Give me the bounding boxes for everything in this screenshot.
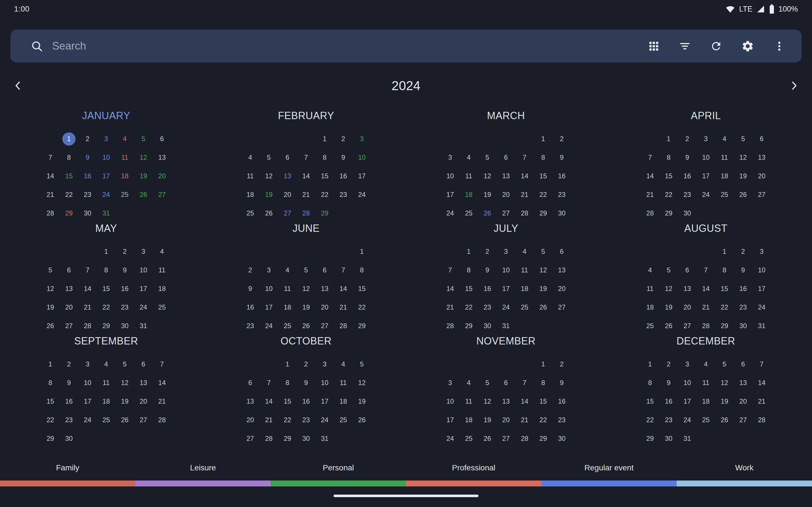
day-cell[interactable]: 15 [278,392,297,411]
day-cell[interactable]: 2 [297,355,315,374]
day-cell[interactable]: 27 [153,185,171,204]
day-cell[interactable]: 16 [60,392,79,411]
day-cell[interactable]: 23 [116,298,134,317]
day-cell[interactable]: 20 [553,279,571,298]
day-cell[interactable]: 15 [41,392,60,411]
day-cell[interactable]: 3 [753,242,771,261]
day-cell[interactable]: 18 [334,392,353,411]
day-cell[interactable]: 24 [697,185,715,204]
day-cell[interactable]: 19 [41,298,60,317]
day-cell[interactable]: 9 [734,261,753,279]
day-cell[interactable]: 14 [41,167,60,185]
day-cell[interactable]: 12 [260,167,278,185]
day-cell[interactable]: 30 [734,317,753,335]
day-cell[interactable]: 26 [260,204,278,223]
day-cell[interactable]: 2 [734,242,753,261]
day-cell[interactable]: 12 [734,148,753,167]
day-cell[interactable]: 27 [678,317,697,335]
day-cell[interactable]: 4 [278,261,297,279]
month-title[interactable]: OCTOBER [281,335,332,347]
day-cell[interactable]: 22 [460,298,478,317]
day-cell[interactable]: 4 [460,148,478,167]
day-cell[interactable]: 11 [278,279,297,298]
day-cell[interactable]: 20 [134,392,153,411]
day-cell[interactable]: 23 [553,411,571,429]
day-cell[interactable]: 13 [678,279,697,298]
day-cell[interactable]: 21 [41,185,60,204]
day-cell[interactable]: 25 [153,298,171,317]
day-cell[interactable]: 10 [315,374,334,392]
day-cell[interactable]: 1 [60,129,79,148]
day-cell[interactable]: 25 [241,204,260,223]
day-cell[interactable]: 29 [353,317,371,335]
day-cell[interactable]: 11 [116,148,134,167]
day-cell[interactable]: 28 [641,204,659,223]
day-cell[interactable]: 11 [641,279,659,298]
day-cell[interactable]: 21 [641,185,659,204]
day-cell[interactable]: 10 [79,374,97,392]
day-cell[interactable]: 29 [659,204,678,223]
day-cell[interactable]: 5 [134,129,153,148]
day-cell[interactable]: 25 [697,411,715,429]
day-cell[interactable]: 18 [715,167,734,185]
day-cell[interactable]: 19 [297,298,315,317]
day-cell[interactable]: 2 [60,355,79,374]
day-cell[interactable]: 11 [715,148,734,167]
day-cell[interactable]: 1 [641,355,659,374]
day-cell[interactable]: 24 [441,204,460,223]
day-cell[interactable]: 11 [697,374,715,392]
day-cell[interactable]: 27 [734,411,753,429]
day-cell[interactable]: 3 [134,242,153,261]
day-cell[interactable]: 21 [297,185,315,204]
day-cell[interactable]: 23 [60,411,79,429]
day-cell[interactable]: 24 [134,298,153,317]
day-cell[interactable]: 6 [134,355,153,374]
month-title[interactable]: JANUARY [82,110,130,122]
day-cell[interactable]: 4 [460,374,478,392]
day-cell[interactable]: 21 [697,298,715,317]
day-cell[interactable]: 28 [515,429,534,448]
day-cell[interactable]: 17 [697,167,715,185]
day-cell[interactable]: 19 [734,167,753,185]
day-cell[interactable]: 9 [79,148,97,167]
day-cell[interactable]: 5 [116,355,134,374]
day-cell[interactable]: 7 [79,261,97,279]
day-cell[interactable]: 10 [441,392,460,411]
day-cell[interactable]: 15 [715,279,734,298]
day-cell[interactable]: 1 [715,242,734,261]
day-cell[interactable]: 26 [534,298,553,317]
day-cell[interactable]: 30 [553,204,571,223]
day-cell[interactable]: 13 [60,279,79,298]
day-cell[interactable]: 16 [241,298,260,317]
day-cell[interactable]: 2 [553,129,571,148]
day-cell[interactable]: 11 [97,374,116,392]
day-cell[interactable]: 7 [153,355,171,374]
day-cell[interactable]: 21 [753,392,771,411]
day-cell[interactable]: 3 [441,374,460,392]
day-cell[interactable]: 17 [79,392,97,411]
day-cell[interactable]: 10 [134,261,153,279]
month-title[interactable]: JUNE [292,223,319,234]
day-cell[interactable]: 20 [315,298,334,317]
day-cell[interactable]: 13 [497,392,515,411]
day-cell[interactable]: 6 [553,242,571,261]
day-cell[interactable]: 25 [515,298,534,317]
day-cell[interactable]: 1 [278,355,297,374]
month-title[interactable]: MARCH [487,110,525,122]
day-cell[interactable]: 22 [534,185,553,204]
day-cell[interactable]: 17 [260,298,278,317]
day-cell[interactable]: 15 [97,279,116,298]
day-cell[interactable]: 28 [515,204,534,223]
day-cell[interactable]: 29 [41,429,60,448]
day-cell[interactable]: 14 [260,392,278,411]
day-cell[interactable]: 26 [297,317,315,335]
day-cell[interactable]: 19 [260,185,278,204]
day-cell[interactable]: 26 [734,185,753,204]
day-cell[interactable]: 5 [534,242,553,261]
day-cell[interactable]: 7 [297,148,315,167]
day-cell[interactable]: 19 [534,279,553,298]
day-cell[interactable]: 13 [241,392,260,411]
day-cell[interactable]: 5 [659,261,678,279]
day-cell[interactable]: 10 [497,261,515,279]
day-cell[interactable]: 12 [41,279,60,298]
